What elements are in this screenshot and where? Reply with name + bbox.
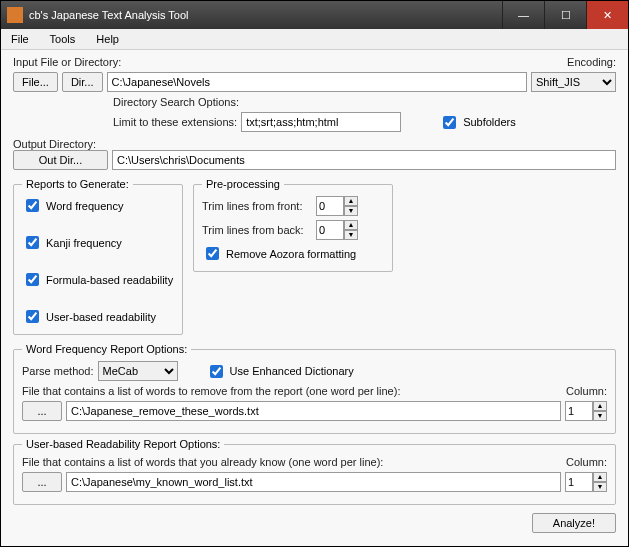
known-words-path-field[interactable] xyxy=(66,472,561,492)
window-title: cb's Japanese Text Analysis Tool xyxy=(29,9,502,21)
file-button[interactable]: File... xyxy=(13,72,58,92)
known-words-browse-button[interactable]: ... xyxy=(22,472,62,492)
wf-column-spinner[interactable]: ▲▼ xyxy=(565,401,607,421)
trim-back-spinner[interactable]: ▲▼ xyxy=(316,220,358,240)
remove-words-path-field[interactable] xyxy=(66,401,561,421)
word-freq-checkbox[interactable]: Word frequency xyxy=(22,196,174,215)
spin-up-icon[interactable]: ▲ xyxy=(344,220,358,230)
output-label: Output Directory: xyxy=(13,138,616,150)
maximize-button[interactable]: ☐ xyxy=(544,1,586,29)
dir-button[interactable]: Dir... xyxy=(62,72,103,92)
kanji-freq-checkbox[interactable]: Kanji frequency xyxy=(22,233,174,252)
limit-ext-field[interactable] xyxy=(241,112,401,132)
spin-down-icon[interactable]: ▼ xyxy=(344,206,358,216)
wf-column-input[interactable] xyxy=(565,401,593,421)
analyze-button[interactable]: Analyze! xyxy=(532,513,616,533)
enhanced-dict-checkbox[interactable]: Use Enhanced Dictionary xyxy=(206,362,354,381)
formula-readability-checkbox[interactable]: Formula-based readability xyxy=(22,270,174,289)
wf-column-label: Column: xyxy=(566,385,607,397)
limit-ext-label: Limit to these extensions: xyxy=(113,116,237,128)
menu-file[interactable]: File xyxy=(11,33,29,45)
trim-back-input[interactable] xyxy=(316,220,344,240)
user-readability-checkbox[interactable]: User-based readability xyxy=(22,307,174,326)
output-path-field[interactable] xyxy=(112,150,616,170)
encoding-label: Encoding: xyxy=(567,56,616,68)
input-path-field[interactable] xyxy=(107,72,527,92)
minimize-button[interactable]: — xyxy=(502,1,544,29)
menu-tools[interactable]: Tools xyxy=(50,33,76,45)
ub-column-label: Column: xyxy=(566,456,607,468)
trim-back-label: Trim lines from back: xyxy=(202,224,312,236)
titlebar: cb's Japanese Text Analysis Tool — ☐ ✕ xyxy=(1,1,628,29)
spin-up-icon[interactable]: ▲ xyxy=(593,401,607,411)
reports-legend: Reports to Generate: xyxy=(22,178,133,190)
content-area: Input File or Directory: Encoding: File.… xyxy=(1,50,628,546)
app-icon xyxy=(7,7,23,23)
spin-up-icon[interactable]: ▲ xyxy=(344,196,358,206)
spin-down-icon[interactable]: ▼ xyxy=(593,482,607,492)
subfolders-label: Subfolders xyxy=(463,116,516,128)
wfopts-legend: Word Frequency Report Options: xyxy=(22,343,191,355)
spin-down-icon[interactable]: ▼ xyxy=(593,411,607,421)
parse-method-label: Parse method: xyxy=(22,365,94,377)
trim-front-spinner[interactable]: ▲▼ xyxy=(316,196,358,216)
aozora-checkbox[interactable]: Remove Aozora formatting xyxy=(202,244,384,263)
subfolders-check-input[interactable] xyxy=(443,116,456,129)
subfolders-checkbox[interactable]: Subfolders xyxy=(439,113,516,132)
ub-column-spinner[interactable]: ▲▼ xyxy=(565,472,607,492)
app-window: cb's Japanese Text Analysis Tool — ☐ ✕ F… xyxy=(0,0,629,547)
out-dir-button[interactable]: Out Dir... xyxy=(13,150,108,170)
trim-front-input[interactable] xyxy=(316,196,344,216)
parse-method-select[interactable]: MeCab xyxy=(98,361,178,381)
encoding-select[interactable]: Shift_JIS xyxy=(531,72,616,92)
ubopts-legend: User-based Readability Report Options: xyxy=(22,438,224,450)
input-label: Input File or Directory: xyxy=(13,56,121,68)
close-button[interactable]: ✕ xyxy=(586,1,628,29)
spin-up-icon[interactable]: ▲ xyxy=(593,472,607,482)
menubar: File Tools Help xyxy=(1,29,628,50)
preproc-legend: Pre-processing xyxy=(202,178,284,190)
spin-down-icon[interactable]: ▼ xyxy=(344,230,358,240)
trim-front-label: Trim lines from front: xyxy=(202,200,312,212)
known-words-label: File that contains a list of words that … xyxy=(22,456,383,468)
remove-words-label: File that contains a list of words to re… xyxy=(22,385,400,397)
remove-words-browse-button[interactable]: ... xyxy=(22,401,62,421)
ub-column-input[interactable] xyxy=(565,472,593,492)
menu-help[interactable]: Help xyxy=(96,33,119,45)
dirsearch-legend: Directory Search Options: xyxy=(113,96,616,108)
